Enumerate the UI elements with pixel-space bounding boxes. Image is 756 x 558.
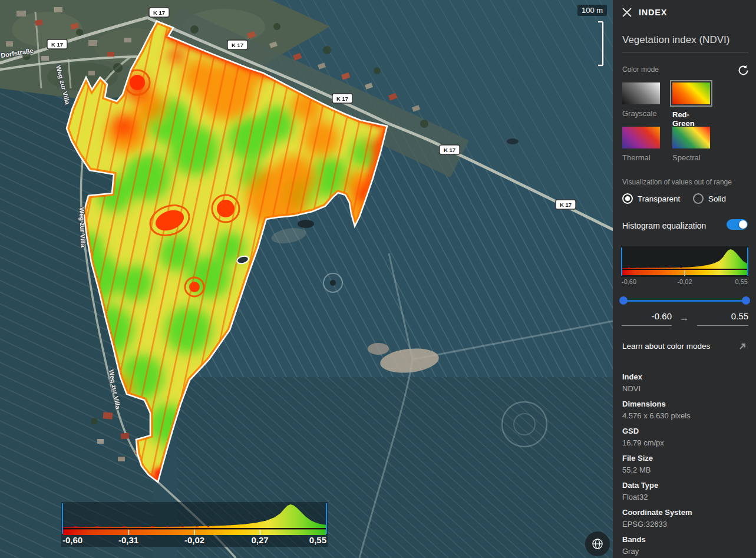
external-link-icon [738, 342, 747, 351]
road-badge-k17: K 17 [232, 42, 243, 48]
tick-label: -0,60 [622, 278, 636, 285]
detail-label: Index [622, 372, 748, 381]
panel-histogram-ticks: -0,60 -0,02 0,55 [621, 278, 748, 286]
detail-label: Data Type [622, 481, 748, 490]
map-canvas[interactable]: Dorfstraße Weg zur Villa Weg zur Villa W… [0, 0, 613, 558]
panel-title: INDEX [639, 8, 667, 17]
detail-value: EPSG:32633 [622, 520, 748, 529]
detail-value: Gray [622, 547, 748, 556]
detail-label: File Size [622, 454, 748, 463]
spectral-swatch [672, 127, 710, 148]
detail-label: Coordinate System [622, 508, 748, 517]
road-badge-k17: K 17 [560, 202, 572, 208]
tick-label: -0,31 [118, 535, 138, 545]
index-panel: INDEX Vegetation index (NDVI) Color mode… [613, 0, 756, 558]
tick-label: 0,27 [251, 535, 268, 545]
detail-label: GSD [622, 427, 748, 435]
map-histogram-ticks: -0,60 -0,31 -0,02 0,27 0,55 [61, 535, 328, 547]
histogram-equalization-toggle[interactable] [727, 219, 748, 230]
basemap-globe-button[interactable] [585, 531, 610, 556]
road-badge-k17: K 17 [51, 41, 63, 48]
map-histogram-legend: -0,60 -0,31 -0,02 0,27 0,55 [61, 502, 328, 547]
tick-label: -0,60 [62, 535, 82, 545]
scale-label: 100 m [577, 5, 607, 16]
learn-color-modes-link[interactable]: Learn about color modes [622, 342, 710, 351]
ndvi-histogram-small [621, 246, 748, 277]
app-window: Dorfstraße Weg zur Villa Weg zur Villa W… [0, 0, 756, 558]
range-min-input[interactable]: -0.60 [622, 311, 672, 326]
range-slider [621, 296, 748, 305]
detail-file-size: File Size 55,2 MB [622, 454, 748, 474]
panel-histogram [621, 246, 748, 277]
detail-label: Bands [622, 535, 748, 544]
reset-icon [738, 65, 749, 76]
red-green-swatch [672, 82, 710, 104]
slider-handle-min[interactable] [619, 296, 628, 305]
histogram-equalization-label: Histogram equalization [622, 221, 706, 230]
tick-label: 0,55 [309, 535, 326, 545]
satellite-map: Dorfstraße Weg zur Villa Weg zur Villa W… [0, 0, 613, 558]
slider-handle-max[interactable] [742, 296, 750, 305]
detail-value: Float32 [622, 493, 748, 501]
range-max-input[interactable]: 0.55 [697, 311, 748, 326]
street-label-weg-zur-villa-2: Weg zur Villa [78, 207, 87, 248]
tick-label: -0,02 [677, 278, 692, 285]
road-badge-k17: K 17 [444, 147, 455, 153]
map-scale: 100 m [575, 5, 610, 16]
color-mode-thermal[interactable]: Thermal [622, 127, 660, 162]
radio-solid-label: Solid [708, 194, 726, 203]
toggle-knob [739, 220, 747, 229]
close-icon [622, 7, 632, 18]
detail-data-type: Data Type Float32 [622, 481, 748, 501]
divider [622, 52, 748, 52]
detail-value: 4.576 x 6.630 pixels [622, 411, 748, 420]
slider-track[interactable] [621, 300, 748, 302]
radio-solid[interactable] [693, 193, 704, 204]
close-panel-button[interactable] [620, 6, 634, 20]
color-mode-red-green[interactable]: Red-Green [672, 82, 710, 128]
tick-label: -0,02 [184, 535, 204, 545]
road-badge-k17: K 17 [153, 9, 165, 16]
road-badge-k17: K 17 [336, 95, 348, 102]
ndvi-histogram [61, 502, 328, 535]
detail-coordinate-system: Coordinate System EPSG:32633 [622, 508, 748, 529]
detail-bands: Bands Gray [622, 535, 748, 556]
color-mode-label: Color mode [622, 65, 659, 74]
layer-title: Vegetation index (NDVI) [622, 34, 729, 46]
detail-value: 55,2 MB [622, 465, 748, 474]
thermal-swatch [622, 127, 660, 148]
out-of-range-label: Visualization of values out of range [622, 178, 732, 186]
radio-transparent-label: Transparent [638, 194, 680, 203]
color-mode-spectral[interactable]: Spectral [672, 127, 710, 162]
reset-button[interactable] [737, 65, 750, 78]
detail-value: NDVI [622, 384, 748, 393]
radio-transparent[interactable] [622, 193, 633, 204]
red-green-label: Red-Green [672, 110, 710, 128]
grayscale-swatch [622, 82, 660, 104]
detail-value: 16,79 cm/px [622, 438, 748, 447]
detail-index: Index NDVI [622, 372, 748, 393]
detail-label: Dimensions [622, 399, 748, 408]
detail-dimensions: Dimensions 4.576 x 6.630 pixels [622, 399, 748, 420]
tick-label: 0,55 [735, 278, 748, 285]
thermal-label: Thermal [622, 153, 660, 162]
globe-icon [592, 538, 603, 550]
out-of-range-options: Transparent Solid [622, 193, 748, 206]
detail-gsd: GSD 16,79 cm/px [622, 427, 748, 447]
scale-bar [596, 20, 605, 67]
grayscale-label: Grayscale [622, 109, 660, 118]
spectral-label: Spectral [672, 153, 710, 162]
color-mode-grayscale[interactable]: Grayscale [622, 82, 660, 118]
arrow-right-icon: → [675, 312, 693, 324]
